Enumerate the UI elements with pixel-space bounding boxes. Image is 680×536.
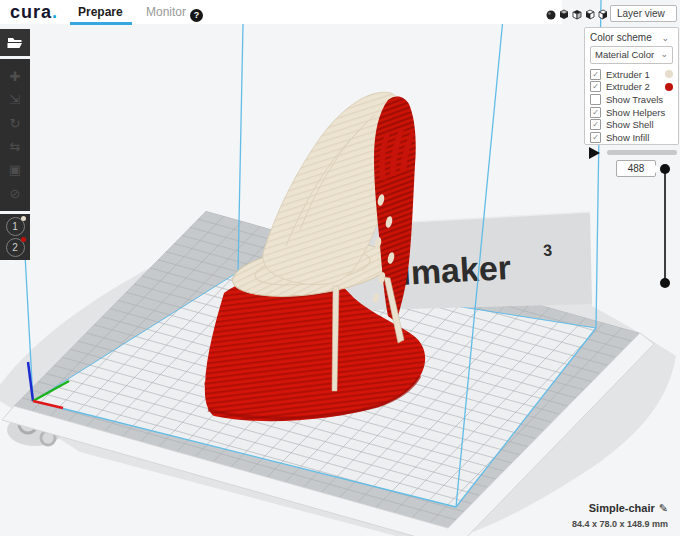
chevron-down-icon: ⌄ [660,47,668,62]
model-tools-toolbar: ✚ ⇲ ↻ ⇆ ▣ ⊘ [0,59,30,211]
support-blocker-icon[interactable]: ⊘ [10,187,21,200]
job-name: Simple-chair [589,502,655,514]
color-scheme-dropdown[interactable]: Material Color⌄ [590,46,673,64]
extruder-2-color-swatch [665,83,673,91]
color-scheme-header[interactable]: Color scheme⌄ [590,31,673,46]
show-infill-checkbox[interactable]: ✓ [590,132,601,143]
row-extruder-2: ✓ Extruder 2 [590,81,673,94]
cura-window: imaker 3 [0,0,680,536]
tab-prepare[interactable]: Prepare [78,5,123,19]
per-model-settings-icon[interactable]: ▣ [9,163,21,176]
extruder-1-color-swatch [665,70,673,78]
extruder-2-checkbox[interactable]: ✓ [590,81,601,92]
layer-slider-bottom-handle[interactable] [660,278,670,288]
rotate-tool-icon[interactable]: ↻ [10,117,21,130]
show-helpers-checkbox[interactable]: ✓ [590,107,601,118]
layer-view-settings-panel: Color scheme⌄ Material Color⌄ ✓ Extruder… [584,27,679,145]
row-extruder-1: ✓ Extruder 1 [590,68,673,81]
open-file-button[interactable] [0,29,30,56]
model-dimensions: 84.4 x 78.0 x 148.9 mm [572,519,668,529]
current-layer-value: 488 [616,160,656,177]
extruder-1-checkbox[interactable]: ✓ [590,69,601,80]
show-shell-checkbox[interactable]: ✓ [590,119,601,130]
row-show-helpers: ✓ Show Helpers [590,106,673,119]
edit-job-name-icon[interactable]: ✎ [659,502,668,514]
layer-slider-track[interactable] [664,170,666,282]
view-button-left[interactable] [584,7,596,20]
viewport-3d[interactable]: imaker 3 [0,0,680,536]
move-tool-icon[interactable]: ✚ [10,70,21,83]
row-show-shell: ✓ Show Shell [590,118,673,131]
view-button-3d[interactable] [545,7,557,20]
layer-range-slider[interactable] [607,150,677,155]
scale-tool-icon[interactable]: ⇲ [10,93,21,106]
printer-brand-text: imaker [400,248,512,292]
monitor-status-badge: ? [190,9,203,22]
view-button-top[interactable] [571,7,583,20]
play-layer-animation-button[interactable] [589,147,600,159]
active-tab-underline [70,22,132,25]
view-button-front[interactable] [558,7,570,20]
cura-logo: cura. [10,2,58,23]
printer-brand-sup: 3 [543,242,553,259]
chevron-down-icon: ⌄ [661,31,669,46]
job-info: Simple-chair✎ 84.4 x 78.0 x 148.9 mm [572,498,668,529]
extruder-2-material-dot [21,237,26,242]
view-button-right[interactable] [597,7,609,20]
extruder-2-button[interactable]: 2 [6,238,25,257]
layer-slider-top-handle[interactable] [660,164,670,174]
show-travels-checkbox[interactable] [590,94,601,105]
mirror-tool-icon[interactable]: ⇆ [10,140,21,153]
extruder-selector: 1 2 [0,214,30,260]
top-header: cura. Prepare Monitor? Layer view⌄ [0,0,680,24]
tab-monitor[interactable]: Monitor? [146,5,203,22]
row-show-travels: Show Travels [590,93,673,106]
extruder-1-material-dot [21,216,26,221]
open-folder-icon [7,36,23,49]
view-mode-dropdown[interactable]: Layer view⌄ [610,5,677,22]
row-show-infill: ✓ Show Infill [590,131,673,144]
extruder-1-button[interactable]: 1 [6,217,25,236]
